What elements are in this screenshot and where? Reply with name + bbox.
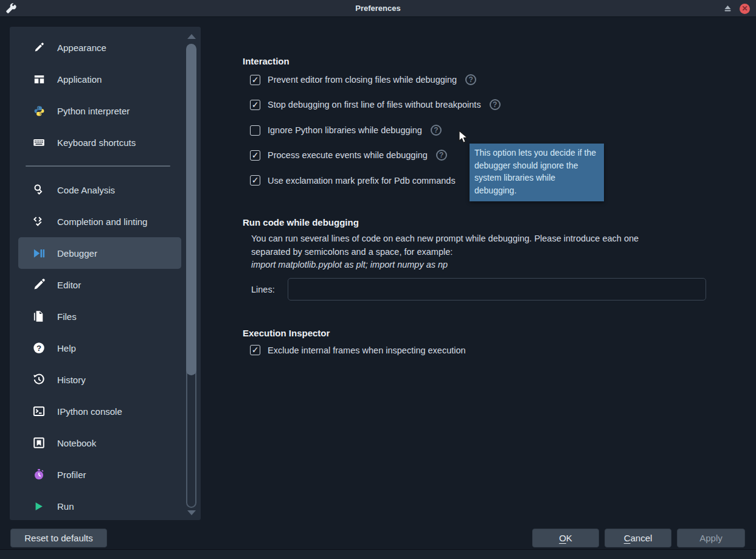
sidebar-scrollbar xyxy=(185,30,199,516)
sidebar-item-application[interactable]: Application xyxy=(18,63,181,95)
sidebar-item-history[interactable]: History xyxy=(18,364,181,395)
ok-button-label: O xyxy=(559,533,566,543)
profiler-icon xyxy=(33,468,45,481)
wrench-icon xyxy=(5,3,16,14)
sidebar-item-label: History xyxy=(57,375,86,385)
sidebar-item-label: Keyboard shortcuts xyxy=(57,137,136,148)
sidebar-item-appearance[interactable]: Appearance xyxy=(18,32,181,63)
option-label: Use exclamation mark prefix for Pdb comm… xyxy=(268,176,456,186)
option-label: Exclude internal frames when inspecting … xyxy=(268,345,466,355)
code-analysis-icon xyxy=(33,184,45,196)
editor-icon xyxy=(33,279,45,291)
sidebar-item-label: Help xyxy=(57,343,76,353)
run-code-description: You can run several lines of code on eac… xyxy=(251,232,639,272)
cancel-button[interactable]: Cancel xyxy=(605,529,671,547)
footer-strip xyxy=(0,550,756,559)
help-icon[interactable]: ? xyxy=(431,125,442,136)
sidebar-item-label: Application xyxy=(57,74,102,85)
checkbox-stop-first-line[interactable]: ✓ xyxy=(250,100,260,110)
sidebar-item-python-interpreter[interactable]: Python interpreter xyxy=(18,95,181,127)
sidebar-item-label: Completion and linting xyxy=(57,217,147,227)
checkbox-prevent-editor-closing[interactable]: ✓ xyxy=(250,75,260,85)
window-title: Preferences xyxy=(0,4,756,13)
close-icon[interactable]: ✕ xyxy=(740,4,750,14)
shade-window-icon[interactable] xyxy=(723,4,732,13)
scroll-up-icon[interactable] xyxy=(187,34,196,39)
ok-button[interactable]: OK xyxy=(532,529,599,547)
run-code-description-line2: separated by semicolons and a space, for… xyxy=(251,246,639,259)
svg-text:?: ? xyxy=(36,344,41,353)
checkbox-process-execute-events[interactable]: ✓ xyxy=(250,150,260,161)
lines-label: Lines: xyxy=(251,285,275,294)
sidebar-item-label: IPython console xyxy=(57,406,122,417)
section-title-run-code: Run code while debugging xyxy=(243,217,359,227)
appearance-icon xyxy=(33,41,45,54)
cancel-button-label: C xyxy=(624,533,631,543)
help-icon[interactable]: ? xyxy=(465,74,476,85)
sidebar-item-profiler[interactable]: Profiler xyxy=(18,459,181,490)
application-icon xyxy=(33,73,45,85)
history-icon xyxy=(33,373,45,386)
help-tooltip: This option lets you decide if the debug… xyxy=(470,144,604,201)
section-title-execution-inspector: Execution Inspector xyxy=(243,328,330,338)
scroll-down-icon[interactable] xyxy=(187,510,196,515)
lines-input[interactable] xyxy=(288,278,706,300)
sidebar-item-label: Run xyxy=(57,501,74,512)
option-label: Stop debugging on first line of files wi… xyxy=(268,100,481,109)
sidebar-item-help[interactable]: ? Help xyxy=(18,332,181,364)
sidebar-item-label: Debugger xyxy=(57,248,97,259)
option-process-execute-events: ✓ Process execute events while debugging… xyxy=(250,150,447,161)
mouse-cursor xyxy=(458,130,470,144)
ipython-console-icon xyxy=(33,405,45,417)
sidebar-item-label: Notebook xyxy=(57,438,96,448)
section-title-interaction: Interaction xyxy=(243,56,290,66)
sidebar-item-keyboard-shortcuts[interactable]: Keyboard shortcuts xyxy=(18,127,181,158)
titlebar: Preferences ✕ xyxy=(0,0,756,17)
sidebar-item-run[interactable]: Run xyxy=(18,490,181,522)
run-code-example: import matplotlib.pyplot as plt; import … xyxy=(251,259,639,272)
help-icon: ? xyxy=(33,342,45,354)
sidebar-item-notebook[interactable]: Notebook xyxy=(18,427,181,459)
checkbox-ignore-python-libraries[interactable] xyxy=(250,125,260,136)
option-label: Prevent editor from closing files while … xyxy=(268,75,457,85)
sidebar-item-ipython-console[interactable]: IPython console xyxy=(18,395,181,427)
sidebar-item-label: Files xyxy=(57,311,77,322)
apply-button[interactable]: Apply xyxy=(677,529,745,547)
option-exclamation-prefix-pdb: ✓ Use exclamation mark prefix for Pdb co… xyxy=(250,175,456,186)
sidebar-item-code-analysis[interactable]: Code Analysis xyxy=(18,174,181,206)
scrollbar-thumb[interactable] xyxy=(186,44,196,375)
python-icon xyxy=(33,105,45,117)
checkbox-exclude-internal-frames[interactable]: ✓ xyxy=(250,345,260,355)
help-icon[interactable]: ? xyxy=(490,99,501,110)
debugger-icon xyxy=(33,247,45,259)
option-stop-first-line: ✓ Stop debugging on first line of files … xyxy=(250,99,501,110)
sidebar-item-files[interactable]: Files xyxy=(18,300,181,332)
keyboard-icon xyxy=(33,136,45,148)
sidebar-item-editor[interactable]: Editor xyxy=(18,269,181,300)
sidebar-item-label: Profiler xyxy=(57,470,86,480)
sidebar-item-debugger[interactable]: Debugger xyxy=(18,237,181,269)
sidebar-item-label: Code Analysis xyxy=(57,185,115,195)
sidebar-divider xyxy=(26,165,170,167)
option-exclude-internal-frames: ✓ Exclude internal frames when inspectin… xyxy=(250,345,466,355)
run-icon xyxy=(33,500,45,512)
option-label: Ignore Python libraries while debugging xyxy=(268,125,422,135)
notebook-icon xyxy=(33,437,45,449)
preferences-sidebar: Appearance Application Python interprete… xyxy=(10,27,201,520)
reset-button-label: Reset to defaults xyxy=(24,533,93,543)
sidebar-item-label: Editor xyxy=(57,280,81,290)
option-prevent-editor-closing: ✓ Prevent editor from closing files whil… xyxy=(250,74,476,85)
help-icon[interactable]: ? xyxy=(436,150,447,161)
completion-icon xyxy=(33,215,45,227)
scrollbar-track[interactable] xyxy=(186,359,196,508)
sidebar-item-label: Python interpreter xyxy=(57,106,130,116)
checkbox-exclamation-prefix-pdb[interactable]: ✓ xyxy=(250,175,260,186)
reset-to-defaults-button[interactable]: Reset to defaults xyxy=(10,529,107,547)
option-label: Process execute events while debugging xyxy=(268,150,428,160)
sidebar-item-label: Appearance xyxy=(57,43,106,53)
files-icon xyxy=(33,310,45,322)
option-ignore-python-libraries: Ignore Python libraries while debugging … xyxy=(250,125,442,136)
sidebar-item-completion-linting[interactable]: Completion and linting xyxy=(18,206,181,237)
apply-button-label: Apply xyxy=(699,533,723,543)
run-code-description-line1: You can run several lines of code on eac… xyxy=(251,232,639,246)
